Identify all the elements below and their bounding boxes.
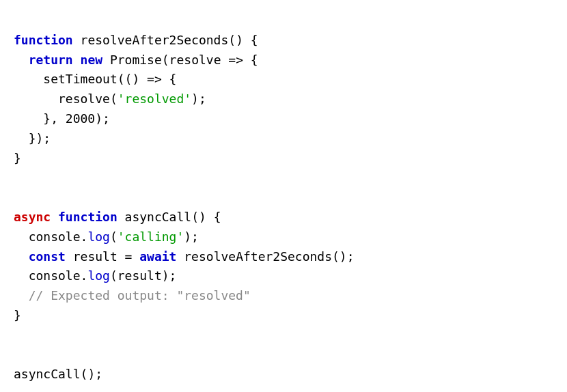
line-7: }	[14, 151, 21, 165]
line-3: setTimeout(() => {	[14, 72, 176, 86]
blank-line-2	[14, 326, 553, 346]
line-5: }, 2000);	[14, 111, 110, 126]
line-8: async function asyncCall() {	[14, 210, 221, 224]
line-2: return new Promise(resolve => {	[14, 53, 258, 67]
line-12: // Expected output: "resolved"	[14, 288, 251, 303]
line-13: }	[14, 308, 21, 322]
line-4: resolve('resolved');	[14, 92, 206, 106]
line-14: asyncCall();	[14, 367, 102, 381]
line-6: });	[14, 131, 51, 145]
line-10: const result = await resolveAfter2Second…	[14, 249, 355, 264]
line-1: function resolveAfter2Seconds() {	[14, 33, 258, 47]
line-9: console.log('calling');	[14, 229, 199, 244]
code-container: function resolveAfter2Seconds() { return…	[0, 0, 567, 392]
code-block: function resolveAfter2Seconds() { return…	[14, 11, 553, 384]
line-11: console.log(result);	[14, 268, 176, 283]
blank-line-1	[14, 168, 553, 188]
